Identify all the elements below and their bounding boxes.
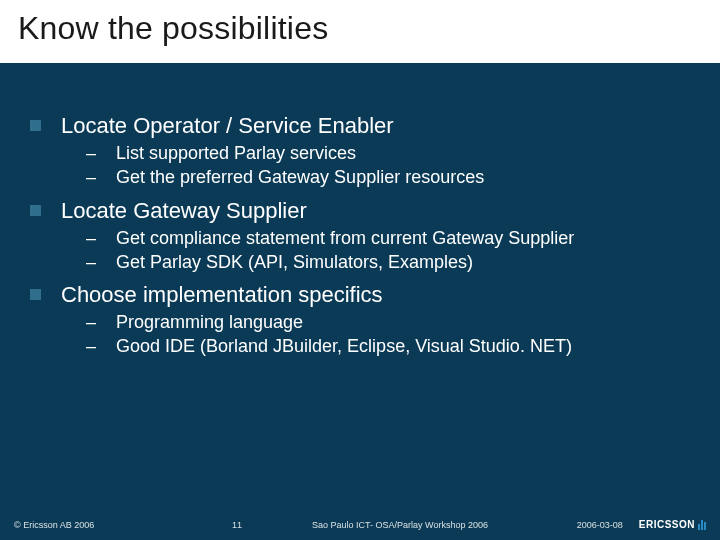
sub-text: Get Parlay SDK (API, Simulators, Example… [116,250,473,274]
sub-text: Programming language [116,310,303,334]
footer-date: 2006-03-08 [577,520,623,530]
sub-text: Get compliance statement from current Ga… [116,226,574,250]
ericsson-logo: ERICSSON [639,519,706,530]
bullet-text: Locate Gateway Supplier [61,198,307,224]
footer-right: 2006-03-08 ERICSSON [577,519,706,530]
sub-item: – Programming language [86,310,690,334]
square-bullet-icon [30,120,41,131]
dash-icon: – [86,250,98,274]
slide-title: Know the possibilities [18,10,702,47]
square-bullet-icon [30,205,41,216]
sub-list: – Get compliance statement from current … [86,226,690,275]
sub-item: – Get the preferred Gateway Supplier res… [86,165,690,189]
sub-list: – Programming language – Good IDE (Borla… [86,310,690,359]
sub-item: – Get Parlay SDK (API, Simulators, Examp… [86,250,690,274]
bullet-item: Choose implementation specifics [30,282,690,308]
slide-footer: © Ericsson AB 2006 11 Sao Paulo ICT- OSA… [0,519,720,530]
dash-icon: – [86,310,98,334]
bullet-text: Choose implementation specifics [61,282,383,308]
bullet-text: Locate Operator / Service Enabler [61,113,394,139]
title-bar: Know the possibilities [0,0,720,63]
logo-bars-icon [698,520,706,530]
logo-text: ERICSSON [639,519,695,530]
sub-text: Get the preferred Gateway Supplier resou… [116,165,484,189]
bullet-item: Locate Gateway Supplier [30,198,690,224]
footer-copyright: © Ericsson AB 2006 [14,520,94,530]
dash-icon: – [86,141,98,165]
dash-icon: – [86,165,98,189]
sub-list: – List supported Parlay services – Get t… [86,141,690,190]
slide-content: Locate Operator / Service Enabler – List… [0,63,720,359]
sub-item: – Good IDE (Borland JBuilder, Eclipse, V… [86,334,690,358]
square-bullet-icon [30,289,41,300]
footer-event: Sao Paulo ICT- OSA/Parlay Workshop 2006 [312,520,488,530]
sub-item: – Get compliance statement from current … [86,226,690,250]
sub-item: – List supported Parlay services [86,141,690,165]
sub-text: Good IDE (Borland JBuilder, Eclipse, Vis… [116,334,572,358]
footer-page-number: 11 [232,520,242,530]
bullet-item: Locate Operator / Service Enabler [30,113,690,139]
footer-center: 11 Sao Paulo ICT- OSA/Parlay Workshop 20… [232,520,488,530]
sub-text: List supported Parlay services [116,141,356,165]
dash-icon: – [86,334,98,358]
dash-icon: – [86,226,98,250]
